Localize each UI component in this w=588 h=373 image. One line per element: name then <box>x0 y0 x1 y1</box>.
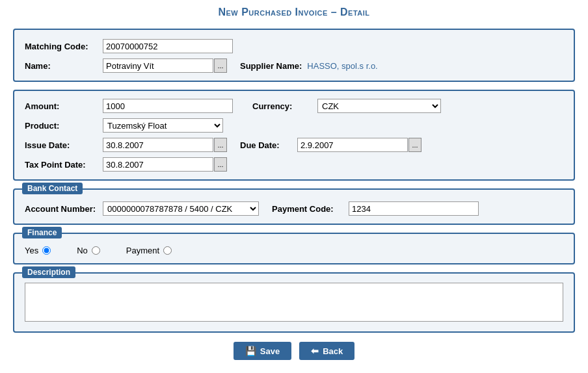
due-date-input[interactable] <box>297 138 408 152</box>
button-row: 💾 Save ⬅ Back <box>13 342 575 360</box>
account-number-row: Account Number: 0000000078787878 / 5400 … <box>25 201 563 216</box>
matching-code-label: Matching Code: <box>25 42 103 51</box>
back-icon: ⬅ <box>311 346 319 356</box>
product-select[interactable]: Tuzemský Float <box>103 118 223 133</box>
payment-item: Payment <box>126 246 172 255</box>
tax-point-date-browse-button[interactable]: ... <box>214 157 227 172</box>
back-button[interactable]: ⬅ Back <box>299 342 354 360</box>
yes-label: Yes <box>25 246 38 255</box>
amount-input[interactable] <box>103 99 233 113</box>
currency-select[interactable]: CZK EUR USD <box>317 99 441 113</box>
no-radio[interactable] <box>92 246 100 255</box>
bank-contact-section: Bank Contact Account Number: 00000000787… <box>13 188 575 225</box>
account-number-label: Account Number: <box>25 204 103 214</box>
supplier-name-link[interactable]: HASSO, spol.s r.o. <box>307 61 377 71</box>
finance-section: Finance Yes No Payment <box>13 233 575 264</box>
amount-currency-row: Amount: Currency: CZK EUR USD <box>25 99 563 113</box>
account-number-select[interactable]: 0000000078787878 / 5400 / CZK <box>103 201 259 216</box>
matching-code-input[interactable] <box>103 39 233 53</box>
product-row: Product: Tuzemský Float <box>25 118 563 133</box>
tax-point-row: Tax Point Date: ... <box>25 157 563 172</box>
issue-date-browse-button[interactable]: ... <box>214 138 227 152</box>
save-button[interactable]: 💾 Save <box>234 342 291 360</box>
description-legend: Description <box>22 266 75 278</box>
no-label: No <box>77 246 88 255</box>
matching-code-row: Matching Code: <box>25 39 563 53</box>
bank-contact-legend: Bank Contact <box>22 183 83 194</box>
issue-date-input[interactable] <box>103 138 213 152</box>
product-label: Product: <box>25 121 103 131</box>
supplier-name-label: Supplier Name: <box>240 61 302 71</box>
payment-code-label: Payment Code: <box>272 204 343 214</box>
description-section: Description <box>13 272 575 333</box>
finance-row: Yes No Payment <box>25 242 563 255</box>
amount-label: Amount: <box>25 101 103 111</box>
name-browse-button[interactable]: ... <box>214 58 227 73</box>
description-textarea[interactable] <box>25 283 563 322</box>
tax-point-date-input[interactable] <box>103 157 213 172</box>
name-row: Name: ... Supplier Name: HASSO, spol.s r… <box>25 58 563 73</box>
payment-label: Payment <box>126 246 159 255</box>
name-label: Name: <box>25 61 103 71</box>
dates-row: Issue Date: ... Due Date: ... <box>25 138 563 152</box>
due-date-label: Due Date: <box>240 140 292 150</box>
payment-code-input[interactable] <box>349 201 479 216</box>
page-title: New Purchased Invoice – Detail <box>13 6 575 18</box>
tax-point-date-label: Tax Point Date: <box>25 160 103 170</box>
issue-date-label: Issue Date: <box>25 140 103 150</box>
currency-label: Currency: <box>252 101 317 111</box>
save-icon: 💾 <box>245 346 256 356</box>
name-input[interactable] <box>103 58 213 73</box>
basic-info-section: Matching Code: Name: ... Supplier Name: … <box>13 29 575 82</box>
yes-radio[interactable] <box>42 246 51 255</box>
payment-radio[interactable] <box>163 246 172 255</box>
back-label: Back <box>323 346 343 356</box>
invoice-detail-section: Amount: Currency: CZK EUR USD Product: T… <box>13 90 575 181</box>
yes-item: Yes <box>25 246 51 255</box>
finance-legend: Finance <box>22 227 62 238</box>
due-date-browse-button[interactable]: ... <box>408 138 421 152</box>
no-item: No <box>77 246 100 255</box>
save-label: Save <box>260 346 280 356</box>
